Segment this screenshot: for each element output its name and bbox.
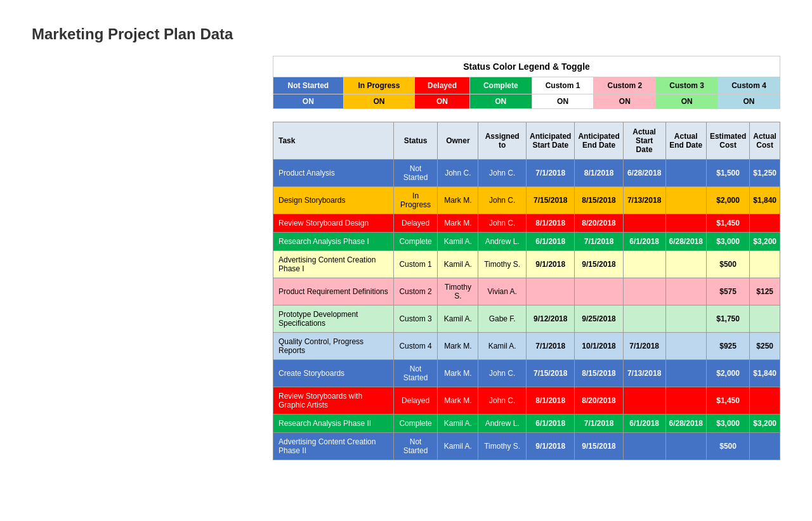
table-row: Product Requirement DefinitionsCustom 2T… [273, 278, 780, 306]
table-row: Research Analysis Phase ICompleteKamil A… [273, 233, 780, 251]
legend-delayed[interactable]: Delayed [415, 77, 470, 94]
task-cell: Product Requirement Definitions [273, 278, 394, 306]
assigned-cell: Gabe F. [478, 306, 527, 333]
legend-complete[interactable]: Complete [469, 77, 532, 94]
est-cost-cell: $1,750 [706, 306, 749, 333]
act-end-cell [665, 214, 706, 233]
col-ant-start: AnticipatedStart Date [527, 122, 575, 160]
owner-cell: Mark M. [438, 360, 478, 387]
col-est-cost: EstimatedCost [706, 122, 749, 160]
assigned-cell: John C. [478, 160, 527, 187]
status-cell: Custom 1 [393, 251, 438, 278]
status-cell: Not Started [393, 433, 438, 460]
status-cell: Not Started [393, 160, 438, 187]
table-row: Review Storyboards with Graphic ArtistsD… [273, 387, 780, 415]
owner-cell: Kamil A. [438, 306, 478, 333]
col-ant-end: AnticipatedEnd Date [575, 122, 623, 160]
toggle-custom1[interactable]: ON [532, 94, 594, 109]
toggle-custom3[interactable]: ON [656, 94, 718, 109]
act-cost-cell [750, 306, 780, 333]
legend-custom1[interactable]: Custom 1 [532, 77, 594, 94]
toggle-in-progress[interactable]: ON [343, 94, 414, 109]
act-cost-cell [750, 214, 780, 233]
legend-custom2[interactable]: Custom 2 [594, 77, 656, 94]
legend-custom4[interactable]: Custom 4 [718, 77, 780, 94]
task-cell: Review Storyboard Design [273, 214, 394, 233]
act-start-cell [623, 387, 665, 415]
toggle-complete[interactable]: ON [469, 94, 532, 109]
toggle-delayed[interactable]: ON [415, 94, 470, 109]
act-end-cell [665, 333, 706, 360]
task-cell: Advertising Content Creation Phase I [273, 251, 394, 278]
status-cell: Custom 4 [393, 333, 438, 360]
act-end-cell: 6/28/2018 [665, 233, 706, 251]
act-end-cell [665, 251, 706, 278]
ant-start-cell: 8/1/2018 [527, 214, 575, 233]
legend-in-progress[interactable]: In Progress [343, 77, 414, 94]
ant-end-cell: 8/15/2018 [575, 187, 623, 214]
act-cost-cell: $1,840 [750, 360, 780, 387]
owner-cell: Kamil A. [438, 433, 478, 460]
owner-cell: Timothy S. [438, 278, 478, 306]
task-cell: Advertising Content Creation Phase II [273, 433, 394, 460]
assigned-cell: John C. [478, 214, 527, 233]
est-cost-cell: $575 [706, 278, 749, 306]
task-cell: Research Analysis Phase I [273, 233, 394, 251]
ant-end-cell: 9/25/2018 [575, 306, 623, 333]
owner-cell: Kamil A. [438, 415, 478, 433]
act-cost-cell [750, 433, 780, 460]
ant-start-cell: 7/15/2018 [527, 360, 575, 387]
col-owner: Owner [438, 122, 478, 160]
ant-start-cell: 7/1/2018 [527, 160, 575, 187]
act-start-cell [623, 251, 665, 278]
act-end-cell [665, 306, 706, 333]
est-cost-cell: $3,000 [706, 233, 749, 251]
toggle-not-started[interactable]: ON [273, 94, 344, 109]
est-cost-cell: $3,000 [706, 415, 749, 433]
act-start-cell [623, 278, 665, 306]
act-cost-cell: $1,840 [750, 187, 780, 214]
owner-cell: John C. [438, 160, 478, 187]
act-start-cell: 7/1/2018 [623, 333, 665, 360]
toggle-custom2[interactable]: ON [594, 94, 656, 109]
table-row: Advertising Content Creation Phase ICust… [273, 251, 780, 278]
assigned-cell: John C. [478, 387, 527, 415]
owner-cell: Kamil A. [438, 251, 478, 278]
act-start-cell [623, 214, 665, 233]
toggle-custom4[interactable]: ON [718, 94, 780, 109]
act-start-cell: 6/28/2018 [623, 160, 665, 187]
legend-custom3[interactable]: Custom 3 [656, 77, 718, 94]
est-cost-cell: $1,450 [706, 387, 749, 415]
col-task: Task [273, 122, 394, 160]
data-table: Task Status Owner Assigned to Anticipate… [273, 122, 780, 460]
table-row: Design StoryboardsIn ProgressMark M.John… [273, 187, 780, 214]
ant-start-cell: 9/1/2018 [527, 251, 575, 278]
owner-cell: Mark M. [438, 387, 478, 415]
ant-start-cell [527, 278, 575, 306]
legend-not-started[interactable]: Not Started [273, 77, 344, 94]
act-end-cell: 6/28/2018 [665, 415, 706, 433]
ant-start-cell: 9/1/2018 [527, 433, 575, 460]
col-act-end: ActualEnd Date [665, 122, 706, 160]
act-start-cell: 7/13/2018 [623, 360, 665, 387]
table-row: Prototype Development SpecificationsCust… [273, 306, 780, 333]
act-cost-cell: $125 [750, 278, 780, 306]
ant-end-cell: 8/15/2018 [575, 360, 623, 387]
est-cost-cell: $500 [706, 251, 749, 278]
status-cell: Not Started [393, 360, 438, 387]
ant-end-cell: 8/20/2018 [575, 214, 623, 233]
est-cost-cell: $500 [706, 433, 749, 460]
act-start-cell: 6/1/2018 [623, 233, 665, 251]
act-end-cell [665, 433, 706, 460]
assigned-cell: Andrew L. [478, 233, 527, 251]
est-cost-cell: $1,500 [706, 160, 749, 187]
act-cost-cell: $3,200 [750, 415, 780, 433]
col-assigned: Assigned to [478, 122, 527, 160]
assigned-cell: John C. [478, 360, 527, 387]
status-cell: In Progress [393, 187, 438, 214]
act-start-cell [623, 306, 665, 333]
ant-start-cell: 9/12/2018 [527, 306, 575, 333]
ant-end-cell: 9/15/2018 [575, 433, 623, 460]
task-cell: Product Analysis [273, 160, 394, 187]
col-status: Status [393, 122, 438, 160]
